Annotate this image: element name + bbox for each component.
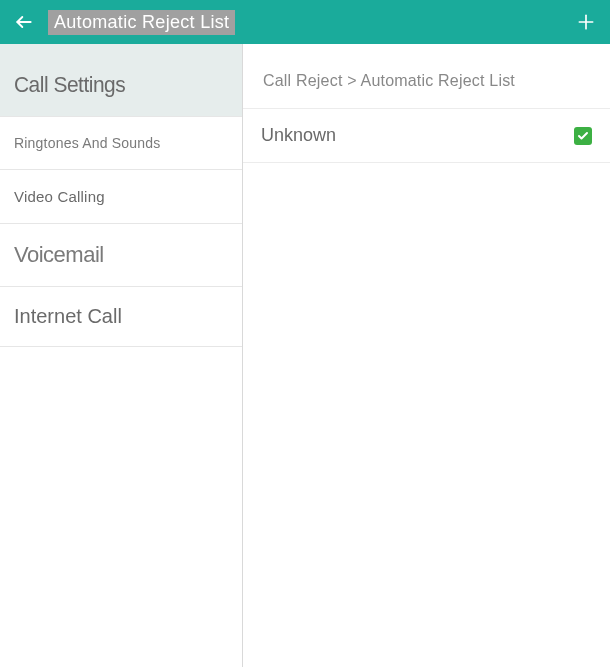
row-label: Unknown (261, 125, 336, 146)
sidebar-item-voicemail[interactable]: Voicemail (0, 224, 242, 287)
sidebar-item-label: Internet Call (14, 305, 122, 328)
sidebar-item-label: Call Settings (14, 72, 125, 98)
sidebar-item-ringtones[interactable]: Ringtones And Sounds (0, 117, 242, 170)
back-button[interactable] (12, 10, 36, 34)
body-container: Call Settings Ringtones And Sounds Video… (0, 44, 610, 667)
reject-list-row[interactable]: Unknown (243, 108, 610, 163)
app-header: Automatic Reject List (0, 0, 610, 44)
sidebar-item-label: Voicemail (14, 242, 104, 268)
sidebar-item-call-settings[interactable]: Call Settings (0, 44, 242, 117)
add-button[interactable] (574, 10, 598, 34)
sidebar-item-internet-call[interactable]: Internet Call (0, 287, 242, 347)
breadcrumb: Call Reject > Automatic Reject List (243, 44, 610, 108)
row-checkbox[interactable] (574, 127, 592, 145)
sidebar-item-label: Ringtones And Sounds (14, 135, 160, 151)
main-content: Call Reject > Automatic Reject List Unkn… (243, 44, 610, 667)
breadcrumb-text: Call Reject > Automatic Reject List (263, 72, 515, 89)
sidebar-item-video-calling[interactable]: Video Calling (0, 170, 242, 224)
back-arrow-icon (14, 12, 34, 32)
plus-icon (576, 12, 596, 32)
check-icon (577, 130, 589, 142)
header-title: Automatic Reject List (48, 10, 235, 35)
sidebar-item-label: Video Calling (14, 188, 105, 205)
sidebar: Call Settings Ringtones And Sounds Video… (0, 44, 243, 667)
